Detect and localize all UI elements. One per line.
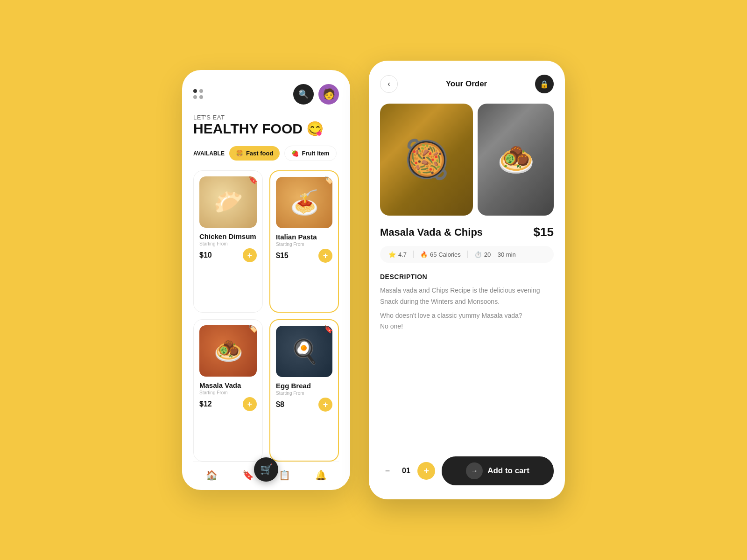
nav-bell-icon[interactable]: 🔔 bbox=[315, 469, 327, 481]
quantity-increase-button[interactable]: + bbox=[417, 462, 435, 480]
avatar-emoji: 🧑 bbox=[323, 88, 335, 100]
cart-icon: 🛒 bbox=[260, 463, 273, 476]
fast-food-label: Fast food bbox=[246, 150, 274, 157]
plus-icon: + bbox=[423, 466, 429, 476]
add-to-cart-button[interactable]: → Add to cart bbox=[442, 456, 554, 485]
clock-icon: ⏱️ bbox=[474, 251, 482, 258]
arrow-circle: → bbox=[466, 462, 483, 479]
masala-add-button[interactable]: + bbox=[243, 397, 257, 411]
fruit-emoji: 🍓 bbox=[291, 150, 299, 157]
fruit-label: Fruit item bbox=[302, 150, 329, 157]
food-grid: 🔖 🥟 Chicken Dimsum Starting From $10 + 🏷… bbox=[193, 170, 339, 462]
food-images-row: 🥘 🧆 bbox=[380, 104, 554, 216]
meta-time: ⏱️ 20 – 30 min bbox=[474, 251, 516, 258]
back-icon: ‹ bbox=[388, 80, 390, 88]
egg-price-row: $8 + bbox=[276, 398, 332, 412]
item-name: Masala Vada & Chips bbox=[380, 226, 483, 238]
bookmark-button-pasta[interactable]: 🏷️ bbox=[324, 176, 333, 185]
search-icon: 🔍 bbox=[298, 89, 309, 99]
egg-price: $8 bbox=[276, 400, 284, 409]
fast-food-emoji: 🍔 bbox=[236, 150, 243, 157]
pasta-add-button[interactable]: + bbox=[318, 249, 332, 263]
food-card-masala-vada[interactable]: 🏷️ 🧆 Masala Vada Starting From $12 + bbox=[193, 319, 263, 462]
dimsum-price-row: $10 + bbox=[199, 248, 257, 262]
meta-calories: 🔥 65 Calories bbox=[420, 251, 461, 258]
rating-value: 4.7 bbox=[398, 251, 407, 258]
nav-bookmark-icon[interactable]: 🔖 bbox=[242, 469, 254, 481]
back-button[interactable]: ‹ bbox=[380, 75, 398, 93]
pasta-price-row: $15 + bbox=[276, 249, 332, 263]
star-icon: ⭐ bbox=[388, 251, 396, 258]
pasta-starting-from: Starting From bbox=[276, 242, 332, 247]
egg-name: Egg Bread bbox=[276, 382, 332, 390]
meta-divider-2 bbox=[467, 251, 468, 258]
description-text-1: Masala vada and Chips Recipe is the deli… bbox=[380, 285, 554, 308]
masala-price: $12 bbox=[199, 400, 212, 408]
menu-dots-icon[interactable] bbox=[193, 89, 204, 99]
quantity-controls: − 01 + bbox=[380, 462, 435, 480]
bookmark-button-masala[interactable]: 🏷️ bbox=[248, 324, 258, 333]
item-price: $15 bbox=[534, 225, 554, 239]
egg-starting-from: Starting From bbox=[276, 391, 332, 396]
egg-add-button[interactable]: + bbox=[318, 398, 332, 412]
arrow-icon: → bbox=[471, 467, 478, 475]
bookmark-button-dimsum[interactable]: 🔖 bbox=[248, 175, 258, 184]
main-food-image: 🥘 bbox=[380, 104, 473, 216]
masala-starting-from: Starting From bbox=[199, 390, 257, 395]
masala-name: Masala Vada bbox=[199, 381, 257, 389]
masala-price-row: $12 + bbox=[199, 397, 257, 411]
quantity-value: 01 bbox=[401, 467, 412, 475]
hero-title: HEALTHY FOOD 😋 bbox=[193, 121, 339, 136]
avatar[interactable]: 🧑 bbox=[318, 84, 339, 105]
category-row: AVAILABLE 🍔 Fast food 🍓 Fruit item bbox=[193, 146, 339, 161]
dimsum-starting-from: Starting From bbox=[199, 241, 257, 246]
screen1-header: 🔍 🧑 bbox=[193, 84, 339, 105]
quantity-decrease-button[interactable]: − bbox=[380, 463, 395, 478]
meta-rating: ⭐ 4.7 bbox=[388, 251, 407, 258]
search-button[interactable]: 🔍 bbox=[293, 84, 314, 105]
order-title: Your Order bbox=[446, 79, 487, 89]
food-card-egg-bread[interactable]: 🔖 🍳 Egg Bread Starting From $8 + bbox=[269, 319, 339, 462]
bottom-nav: 🏠 🔖 🛒 📋 🔔 bbox=[193, 462, 339, 481]
bookmark-button-egg[interactable]: 🔖 bbox=[324, 325, 333, 334]
dimsum-price: $10 bbox=[199, 251, 212, 259]
description-title: DESCRIPTION bbox=[380, 273, 554, 280]
header-right: 🔍 🧑 bbox=[293, 84, 339, 105]
meta-row: ⭐ 4.7 🔥 65 Calories ⏱️ 20 – 30 min bbox=[380, 246, 554, 263]
secondary-food-image: 🧆 bbox=[478, 104, 554, 216]
meta-divider-1 bbox=[413, 251, 414, 258]
food-card-italian-pasta[interactable]: 🏷️ 🍝 Italian Pasta Starting From $15 + bbox=[269, 170, 339, 313]
screen2-header: ‹ Your Order 🔒 bbox=[380, 75, 554, 93]
food-card-chicken-dimsum[interactable]: 🔖 🥟 Chicken Dimsum Starting From $10 + bbox=[193, 170, 263, 313]
dimsum-add-button[interactable]: + bbox=[243, 248, 257, 262]
available-label: AVAILABLE bbox=[193, 150, 225, 157]
pasta-price: $15 bbox=[276, 252, 289, 260]
nav-menu-icon[interactable]: 📋 bbox=[279, 469, 290, 481]
calories-value: 65 Calories bbox=[430, 251, 461, 258]
description-text-2: Who doesn't love a classic yummy Masala … bbox=[380, 310, 554, 333]
category-fruit[interactable]: 🍓 Fruit item bbox=[284, 146, 336, 161]
screen-food-list: 🔍 🧑 LET'S EAT HEALTHY FOOD 😋 AVAILABLE 🍔… bbox=[182, 70, 350, 490]
fire-icon: 🔥 bbox=[420, 251, 428, 258]
dimsum-name: Chicken Dimsum bbox=[199, 232, 257, 240]
minus-icon: − bbox=[385, 466, 390, 476]
lock-icon: 🔒 bbox=[540, 80, 549, 89]
nav-home-icon[interactable]: 🏠 bbox=[206, 469, 218, 481]
pasta-name: Italian Pasta bbox=[276, 233, 332, 241]
cart-header-button[interactable]: 🔒 bbox=[535, 75, 554, 93]
hero-text: LET'S EAT HEALTHY FOOD 😋 bbox=[193, 114, 339, 136]
hero-subtitle: LET'S EAT bbox=[193, 114, 339, 121]
screen-order-detail: ‹ Your Order 🔒 🥘 🧆 Masala Vada & Chips bbox=[369, 61, 565, 499]
add-to-cart-label: Add to cart bbox=[487, 466, 529, 476]
description-section: DESCRIPTION Masala vada and Chips Recipe… bbox=[380, 273, 554, 335]
time-value: 20 – 30 min bbox=[484, 251, 516, 258]
category-fast-food[interactable]: 🍔 Fast food bbox=[229, 146, 280, 161]
add-to-cart-section: − 01 + → Add to cart bbox=[380, 447, 554, 485]
nav-cart-button[interactable]: 🛒 bbox=[254, 457, 278, 482]
item-title-row: Masala Vada & Chips $15 bbox=[380, 225, 554, 239]
